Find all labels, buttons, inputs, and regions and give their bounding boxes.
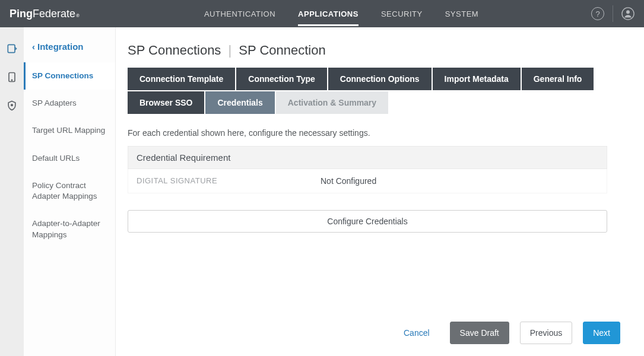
svg-rect-2 (8, 44, 15, 52)
sidebar: ‹ Integration SP Connections SP Adapters… (24, 27, 116, 356)
top-bar: PingFederate® AUTHENTICATION APPLICATION… (0, 0, 644, 27)
wizard-tabs: Connection Template Connection Type Conn… (128, 68, 607, 114)
next-button[interactable]: Next (583, 322, 620, 344)
top-nav: AUTHENTICATION APPLICATIONS SECURITY SYS… (204, 1, 478, 26)
user-icon[interactable] (621, 7, 635, 20)
nav-applications[interactable]: APPLICATIONS (298, 1, 359, 26)
divider (613, 5, 613, 22)
svg-point-4 (11, 80, 12, 80)
cancel-link[interactable]: Cancel (404, 328, 430, 338)
credential-row-value: Not Configured (321, 176, 376, 186)
sidebar-item-target-url-mapping[interactable]: Target URL Mapping (24, 117, 115, 144)
sidebar-item-policy-contract-adapter-mappings[interactable]: Policy Contract Adapter Mappings (24, 172, 115, 210)
tab-connection-options[interactable]: Connection Options (328, 68, 432, 90)
tab-browser-sso[interactable]: Browser SSO (128, 91, 204, 114)
rail-integration-icon[interactable] (6, 43, 18, 55)
content: SP Connections | SP Connection Connectio… (116, 27, 644, 356)
configure-credentials-button[interactable]: Configure Credentials (128, 210, 607, 233)
page-title-separator: | (229, 43, 232, 58)
tab-import-metadata[interactable]: Import Metadata (433, 68, 521, 90)
page-title-left: SP Connections (128, 43, 221, 58)
icon-rail (0, 27, 24, 356)
brand-logo: PingFederate® (9, 8, 80, 20)
sidebar-title-label: Integration (37, 42, 84, 52)
rail-device-icon[interactable] (6, 71, 18, 83)
credential-row: DIGITAL SIGNATURE Not Configured (128, 169, 607, 193)
help-icon[interactable]: ? (591, 7, 604, 20)
tab-connection-template[interactable]: Connection Template (128, 68, 235, 90)
credential-requirement-header: Credential Requirement (128, 146, 607, 169)
svg-point-1 (626, 10, 630, 14)
sidebar-back-integration[interactable]: ‹ Integration (24, 42, 115, 62)
sidebar-item-adapter-to-adapter-mappings[interactable]: Adapter-to-Adapter Mappings (24, 210, 115, 248)
nav-system[interactable]: SYSTEM (445, 1, 478, 26)
main-area: ‹ Integration SP Connections SP Adapters… (0, 27, 644, 356)
page-title-right: SP Connection (239, 43, 325, 58)
previous-button[interactable]: Previous (520, 322, 572, 344)
brand-registered: ® (76, 14, 80, 18)
chevron-left-icon: ‹ (32, 42, 35, 52)
tab-credentials[interactable]: Credentials (205, 91, 274, 114)
footer-actions: Cancel Save Draft Previous Next (404, 322, 620, 344)
sidebar-item-sp-connections[interactable]: SP Connections (24, 62, 115, 90)
sidebar-item-sp-adapters[interactable]: SP Adapters (24, 90, 115, 117)
description-text: For each credential shown here, configur… (128, 128, 607, 138)
topbar-right: ? (591, 5, 635, 22)
nav-security[interactable]: SECURITY (381, 1, 423, 26)
svg-point-5 (11, 104, 13, 106)
tab-connection-type[interactable]: Connection Type (236, 68, 327, 90)
nav-authentication[interactable]: AUTHENTICATION (204, 1, 275, 26)
brand-part1: Ping (9, 8, 33, 20)
page-title: SP Connections | SP Connection (128, 43, 607, 58)
tab-general-info[interactable]: General Info (522, 68, 594, 90)
rail-shield-icon[interactable] (6, 100, 18, 112)
brand-part2: Federate (33, 8, 75, 20)
credential-row-label: DIGITAL SIGNATURE (137, 176, 321, 186)
save-draft-button[interactable]: Save Draft (450, 322, 509, 344)
sidebar-item-default-urls[interactable]: Default URLs (24, 145, 115, 172)
tab-activation-summary: Activation & Summary (276, 91, 388, 114)
